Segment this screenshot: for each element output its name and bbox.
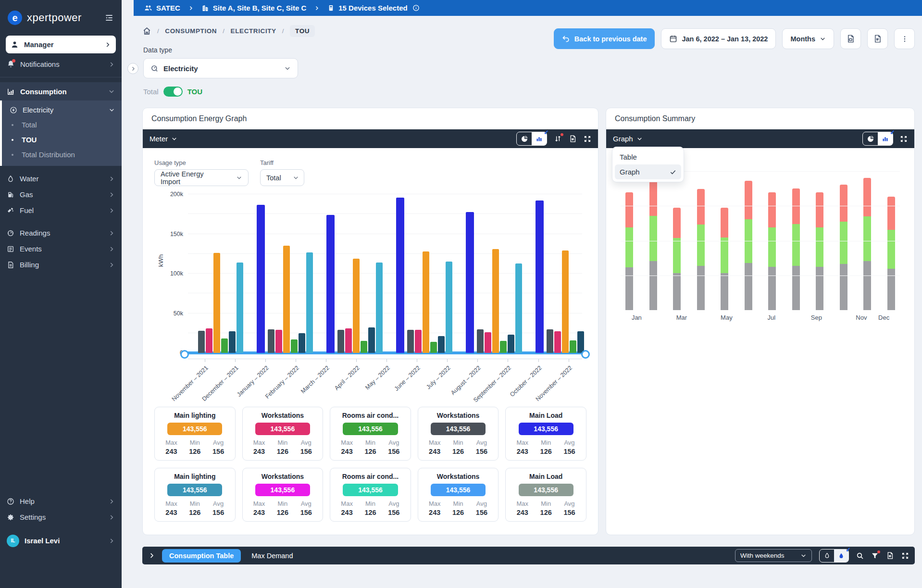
meter-card[interactable]: Workstations143,556Max243Min126Avg156 — [418, 468, 499, 522]
bar[interactable] — [438, 336, 445, 353]
sidebar-item-help[interactable]: Help — [0, 493, 122, 509]
menu-item-table[interactable]: Table — [615, 150, 681, 164]
stacked-bar[interactable] — [863, 178, 871, 310]
meter-card[interactable]: Workstations143,556Max243Min126Avg156 — [242, 468, 324, 522]
sidebar-item-consumption[interactable]: Consumption — [0, 82, 122, 100]
stacked-bar[interactable] — [625, 192, 633, 310]
interval-select[interactable]: Months — [782, 28, 834, 49]
bar[interactable] — [430, 342, 437, 353]
meter-card[interactable]: Main Load143,556Max243Min126Avg156 — [505, 468, 586, 522]
fullscreen-icon-button[interactable] — [900, 135, 908, 143]
meter-card[interactable]: Main Load143,556Max243Min126Avg156 — [505, 407, 586, 461]
sidebar-item-gas[interactable]: Gas — [0, 187, 122, 202]
usage-type-select[interactable]: Active Energy Import — [154, 169, 249, 186]
stacked-bar[interactable] — [721, 208, 728, 310]
meter-card[interactable]: Rooms air cond...143,556Max243Min126Avg1… — [330, 407, 411, 461]
bar[interactable] — [500, 341, 507, 353]
bar[interactable] — [536, 200, 544, 353]
bar[interactable] — [492, 249, 499, 353]
breadcrumb-electricity[interactable]: ELECTRICITY — [231, 27, 276, 35]
user-menu[interactable]: IL Israel Levi — [0, 533, 122, 549]
bar[interactable] — [570, 340, 576, 353]
bar[interactable] — [577, 331, 584, 353]
meter-dropdown[interactable]: Meter — [150, 135, 177, 143]
stacked-bar[interactable] — [887, 197, 895, 310]
max-demand-tab[interactable]: Max Demand — [251, 552, 293, 560]
site-group[interactable]: SATEC — [144, 4, 180, 12]
range-slider-handle-left[interactable] — [180, 350, 189, 359]
bar[interactable] — [562, 250, 569, 353]
bar[interactable] — [221, 338, 228, 353]
export-xls-button[interactable] — [867, 28, 888, 49]
breadcrumb-consumption[interactable]: CONSUMPTION — [165, 27, 217, 35]
sidebar-item-tou[interactable]: TOU — [2, 132, 122, 147]
sidebar-item-notifications[interactable]: Notifications — [0, 56, 122, 72]
drop-outline-toggle-button[interactable] — [820, 550, 834, 562]
sidebar-item-water[interactable]: Water — [0, 171, 122, 187]
bar[interactable] — [554, 331, 561, 353]
sidebar-item-settings[interactable]: Settings — [0, 509, 122, 525]
bar[interactable] — [515, 263, 522, 353]
search-icon-button[interactable] — [856, 552, 864, 560]
bar[interactable] — [477, 329, 484, 353]
bar[interactable] — [275, 330, 282, 353]
expand-table-chevron[interactable] — [148, 552, 155, 559]
devices-selector[interactable]: 15 Devices Selected — [327, 4, 407, 12]
bar[interactable] — [353, 259, 360, 353]
bar[interactable] — [237, 263, 243, 353]
bar[interactable] — [198, 331, 205, 353]
consumption-table-tab[interactable]: Consumption Table — [162, 549, 241, 563]
meter-card[interactable]: Main lighting143,556Max243Min126Avg156 — [154, 407, 236, 461]
back-to-previous-date-button[interactable]: Back to previous date — [554, 28, 655, 49]
bar[interactable] — [306, 252, 313, 353]
view-mode-dropdown[interactable]: Graph — [613, 135, 643, 143]
info-icon[interactable] — [412, 4, 420, 12]
sidebar-item-fuel[interactable]: Fuel — [0, 202, 122, 218]
tariff-select[interactable]: Total — [260, 169, 304, 186]
meter-card[interactable]: Workstations143,556Max243Min126Avg156 — [242, 407, 324, 461]
export-xls-icon-button[interactable] — [569, 135, 577, 143]
panel-expand-button[interactable] — [127, 63, 138, 74]
bar[interactable] — [229, 331, 236, 353]
bar[interactable] — [485, 332, 491, 353]
sidebar-item-manager[interactable]: Manager — [6, 36, 116, 53]
stacked-bar[interactable] — [697, 189, 705, 310]
range-slider-handle-right[interactable] — [581, 350, 590, 359]
bar[interactable] — [396, 198, 404, 353]
bar[interactable] — [345, 328, 352, 353]
sidebar-item-total[interactable]: Total — [2, 117, 122, 132]
bar[interactable] — [299, 333, 305, 353]
bar[interactable] — [283, 246, 290, 353]
sidebar-item-billing[interactable]: Billing — [0, 257, 122, 273]
custom-sort-button[interactable] — [554, 135, 562, 143]
bar[interactable] — [368, 327, 375, 353]
home-icon[interactable] — [142, 26, 151, 36]
tou-toggle[interactable] — [163, 87, 183, 97]
export-pdf-button[interactable] — [840, 28, 861, 49]
stacked-bar[interactable] — [745, 181, 752, 310]
bar[interactable] — [423, 251, 429, 353]
meter-card[interactable]: Workstations143,556Max243Min126Avg156 — [418, 407, 499, 461]
meter-card[interactable]: Main lighting143,556Max243Min126Avg156 — [154, 468, 236, 522]
more-options-button[interactable] — [894, 28, 915, 49]
sidebar-item-events[interactable]: Events — [0, 241, 122, 257]
stacked-bar[interactable] — [816, 192, 823, 310]
pie-chart-toggle-button[interactable] — [863, 132, 878, 145]
bar[interactable] — [508, 335, 514, 353]
bar[interactable] — [446, 262, 452, 353]
bar[interactable] — [257, 205, 265, 353]
sidebar-collapse-icon[interactable] — [104, 13, 114, 23]
data-type-select[interactable]: Electricity — [143, 58, 298, 78]
sites-selector[interactable]: Site A, Site B, Site C, Site C — [201, 4, 307, 12]
bar[interactable] — [268, 329, 274, 353]
sidebar-item-electricity[interactable]: Electricity — [2, 102, 122, 117]
menu-item-graph[interactable]: Graph — [615, 164, 681, 179]
date-range-button[interactable]: Jan 6, 2022 – Jan 13, 2022 — [661, 28, 776, 49]
stacked-bar[interactable] — [768, 192, 776, 310]
bar[interactable] — [376, 263, 383, 353]
fullscreen-icon-button[interactable] — [901, 552, 909, 560]
breadcrumb-tou[interactable]: TOU — [290, 25, 315, 37]
bar[interactable] — [415, 330, 422, 353]
filter-icon-button[interactable] — [871, 552, 879, 560]
sidebar-item-readings[interactable]: Readings — [0, 225, 122, 241]
